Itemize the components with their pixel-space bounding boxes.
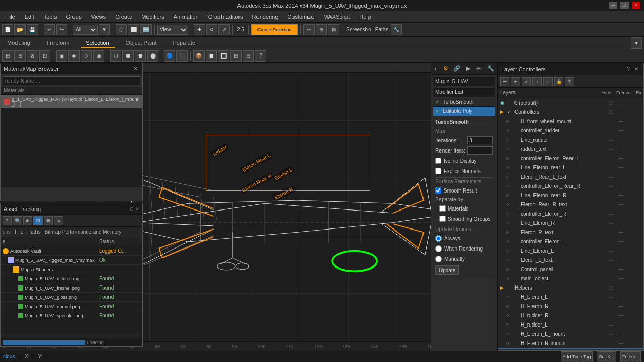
layer-checkbox-icon[interactable]: — xyxy=(609,331,619,337)
layer-item-12[interactable]: ○controller_Eleron_R—— xyxy=(498,209,643,218)
add-time-tag-btn[interactable]: Add Time Tag xyxy=(561,351,593,363)
layer-item-27[interactable]: ○Mugin_5_UAV_Rigged—— xyxy=(498,348,643,349)
layer-item-22[interactable]: ○H_Eleron_R—— xyxy=(498,301,643,311)
layer-item-26[interactable]: ○H_Eleron_R_mount—— xyxy=(498,338,643,348)
asset-item-2[interactable]: Maps / Shaders xyxy=(1,265,142,274)
tab-populate[interactable]: Populate xyxy=(168,39,200,48)
panel-icon-utilities[interactable]: 🔧 xyxy=(487,65,494,72)
menu-graph-editors[interactable]: Graph Editors xyxy=(204,13,247,21)
layer-item-16[interactable]: ○Line_Eleron_L—— xyxy=(498,246,643,255)
layer-item-21[interactable]: ○H_Eleron_L—— xyxy=(498,292,643,301)
select-type-dropdown[interactable]: All None Invert xyxy=(73,25,98,35)
asset-item-3[interactable]: Mugin_5_UAV_diffuse.pngFound xyxy=(1,274,142,283)
sub-btn12[interactable]: ⬤ xyxy=(147,50,158,62)
sub-btn20[interactable]: ? xyxy=(255,50,266,62)
asset-tb-btn5[interactable]: ⊠ xyxy=(44,216,53,225)
layer-checkbox-icon[interactable]: — xyxy=(609,119,619,124)
sub-btn5[interactable]: ▣ xyxy=(56,50,67,62)
asset-menu-paths[interactable]: Paths xyxy=(27,229,41,235)
layer-checkbox-icon[interactable]: — xyxy=(609,266,619,272)
select-object-btn[interactable]: ⬡ xyxy=(116,24,127,35)
ts-smoothing-checkbox[interactable] xyxy=(439,216,446,222)
layer-checkbox-icon[interactable]: — xyxy=(609,230,619,235)
layer-checkbox-icon[interactable]: — xyxy=(609,313,619,318)
layer-checkbox-icon[interactable]: — xyxy=(609,303,619,309)
sub-btn9[interactable]: ⬡ xyxy=(110,50,121,62)
layer-checkbox-icon[interactable]: — xyxy=(609,340,619,346)
asset-tb-btn6[interactable]: ≡ xyxy=(54,216,63,225)
menu-maxscript[interactable]: MAXScript xyxy=(319,13,354,21)
layer-checkbox-icon[interactable]: — xyxy=(609,211,619,217)
sub-btn6[interactable]: ◈ xyxy=(68,50,80,62)
menu-file[interactable]: File xyxy=(2,13,20,21)
tab-selection[interactable]: Selection xyxy=(81,39,114,48)
layers-lock-btn[interactable]: 🔒 xyxy=(554,77,563,86)
save-btn[interactable]: 💾 xyxy=(27,24,38,35)
layer-item-14[interactable]: ○Eleron_R_text—— xyxy=(498,227,643,237)
layer-checkbox-icon[interactable]: — xyxy=(609,183,619,189)
layer-checkbox-icon[interactable]: — xyxy=(609,248,619,254)
tab-options-btn[interactable]: ▼ xyxy=(631,37,642,49)
sub-btn14[interactable]: ⬛ xyxy=(176,50,188,62)
layer-checkbox-icon[interactable]: — xyxy=(609,239,619,244)
asset-item-6[interactable]: Mugin_5_UAV_normal.pngFound xyxy=(1,302,142,311)
asset-menu-bitmap[interactable]: Bitmap Performance and Memory xyxy=(45,229,122,235)
sub-btn13[interactable]: 🔵 xyxy=(164,50,175,62)
sub-btn1[interactable]: ⊞ xyxy=(2,50,13,62)
ts-explicit-normals-checkbox[interactable] xyxy=(435,168,441,174)
align-btn[interactable]: ⊞ xyxy=(316,24,327,35)
mirror-btn[interactable]: ⇔ xyxy=(303,24,315,35)
modifier-item-editable-poly[interactable]: ✓ Editable Poly xyxy=(433,107,495,116)
asset-tb-btn4[interactable]: ⊞ xyxy=(33,216,43,225)
sub-btn4[interactable]: ⊡ xyxy=(39,50,50,62)
ts-iterations-input[interactable] xyxy=(467,136,493,144)
open-btn[interactable]: 📂 xyxy=(14,24,26,35)
layer-checkbox-icon[interactable]: — xyxy=(609,322,619,328)
sub-btn18[interactable]: ⊞ xyxy=(230,50,242,62)
sub-btn16[interactable]: 🔲 xyxy=(206,50,217,62)
layers-menu-btn[interactable]: ☰ xyxy=(500,77,509,86)
layer-item-19[interactable]: ○main_object—— xyxy=(498,274,643,283)
layer-item-23[interactable]: ○H_rudder_R—— xyxy=(498,311,643,320)
tab-freeform[interactable]: Freeform xyxy=(42,39,75,48)
layer-item-11[interactable]: ○Eleron_Rear_R_text—— xyxy=(498,200,643,209)
asset-item-0[interactable]: Autodesk VaultLogged O... xyxy=(1,246,142,256)
layer-checkbox-icon[interactable]: — xyxy=(609,276,619,281)
layers-add-btn[interactable]: + xyxy=(511,77,520,86)
sub-btn7[interactable]: ◇ xyxy=(81,50,92,62)
menu-views[interactable]: Views xyxy=(87,13,110,21)
layers-help-btn[interactable]: ? xyxy=(624,65,632,73)
menu-tools[interactable]: Tools xyxy=(40,13,61,21)
asset-menu-file[interactable]: ons xyxy=(3,229,11,235)
asset-tb-btn1[interactable]: ? xyxy=(3,216,12,225)
mat-item-uav[interactable]: g_1_UAV_Rigged_MAT (VRayMtl) [Eleron_L, … xyxy=(1,95,142,108)
ts-materials-checkbox[interactable] xyxy=(439,205,446,212)
asset-tb-btn3[interactable]: ⊕ xyxy=(23,216,32,225)
ts-update-btn[interactable]: Update xyxy=(435,265,459,275)
asset-close-btn[interactable]: ✕ xyxy=(135,206,139,212)
layer-item-0[interactable]: ◼0 (default)☐— xyxy=(498,98,643,107)
layer-item-15[interactable]: ○controller_Eleron_L—— xyxy=(498,237,643,246)
asset-item-7[interactable]: Mugin_5_UAV_specular.pngFound xyxy=(1,311,142,320)
mat-browser-close-btn[interactable]: ✕ xyxy=(132,65,139,72)
layer-item-7[interactable]: ○Line_Eleron_rear_L—— xyxy=(498,163,643,172)
layer-item-5[interactable]: ○rudder_text—— xyxy=(498,144,643,154)
layer-checkbox-icon[interactable]: — xyxy=(609,202,619,207)
redo-btn[interactable]: ↪ xyxy=(56,24,67,35)
sub-btn17[interactable]: 🔳 xyxy=(218,50,229,62)
layers-up-btn[interactable]: ↑ xyxy=(532,77,542,86)
menu-group[interactable]: Group xyxy=(62,13,86,21)
layers-down-btn[interactable]: ↓ xyxy=(543,77,553,86)
layers-delete-btn[interactable]: ✕ xyxy=(522,77,531,86)
filters-btn[interactable]: Filters... xyxy=(620,351,641,363)
undo-btn[interactable]: ↩ xyxy=(44,24,55,35)
asset-item-4[interactable]: Mugin_5_UAV_fresnel.pngFound xyxy=(1,283,142,293)
ts-render-iters-input[interactable] xyxy=(467,146,493,155)
layer-checkbox-icon[interactable]: — xyxy=(609,165,619,170)
layer-checkbox-icon[interactable]: — xyxy=(609,137,619,143)
ts-when-rendering-radio[interactable] xyxy=(435,245,442,252)
layer-checkbox-icon[interactable]: — xyxy=(609,257,619,263)
asset-minimize-btn[interactable]: ─ xyxy=(125,206,128,212)
layers-close-btn[interactable]: ✕ xyxy=(632,65,640,73)
maximize-btn[interactable]: □ xyxy=(620,2,629,9)
